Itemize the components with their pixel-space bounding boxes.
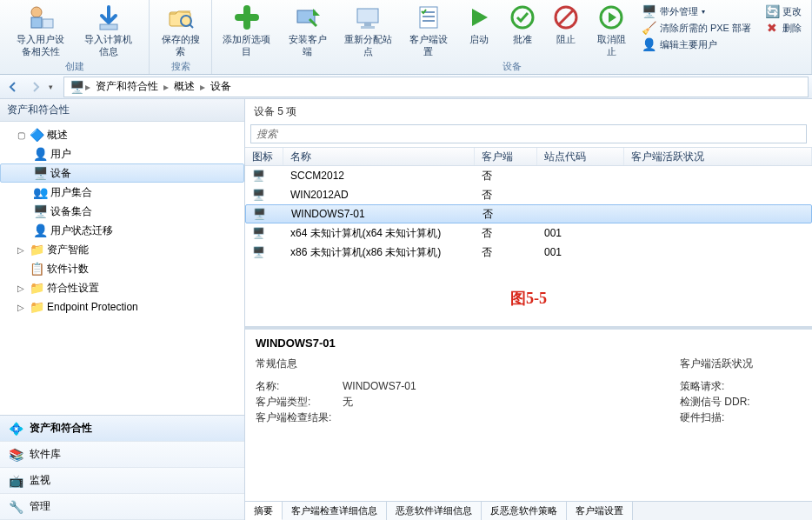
tree-endpoint[interactable]: ▷📁Endpoint Protection bbox=[0, 297, 244, 317]
tree-user-collections[interactable]: 👥用户集合 bbox=[0, 183, 244, 202]
table-row[interactable]: 🖥️x86 未知计算机(x86 未知计算机)否001 bbox=[245, 243, 812, 262]
block-label: 阻止 bbox=[556, 33, 576, 45]
row-name: WIN2012AD bbox=[283, 189, 475, 201]
tab-client-settings[interactable]: 客户端设置 bbox=[567, 502, 633, 520]
block-button[interactable]: 阻止 bbox=[545, 2, 587, 59]
wunder-monitoring[interactable]: 📺监视 bbox=[0, 468, 244, 494]
crumb-devices[interactable]: 设备 bbox=[207, 79, 235, 94]
add-selected-button[interactable]: 添加所选项目 bbox=[216, 2, 278, 59]
tree-overview[interactable]: ▢🔷概述 bbox=[0, 125, 244, 144]
ribbon-group-search: 保存的搜索 搜索 bbox=[150, 0, 212, 74]
client-type-label: 客户端类型: bbox=[256, 394, 343, 410]
tree-device-collections[interactable]: 🖥️设备集合 bbox=[0, 202, 244, 221]
crumb-overview[interactable]: 概述 bbox=[170, 79, 198, 94]
row-name: x86 未知计算机(x86 未知计算机) bbox=[283, 245, 475, 260]
tree-software-metering[interactable]: 📋软件计数 bbox=[0, 259, 244, 278]
tree-compliance[interactable]: ▷📁符合性设置 bbox=[0, 278, 244, 297]
folder-search-icon bbox=[167, 3, 195, 31]
row-name: x64 未知计算机(x64 未知计算机) bbox=[283, 226, 475, 241]
computer-small-icon: 🖥️ bbox=[70, 80, 83, 94]
group-create-label: 创建 bbox=[0, 60, 149, 73]
assets-icon: 💠 bbox=[9, 422, 23, 436]
name-label: 名称: bbox=[256, 378, 343, 394]
ribbon-side-list-2: 🔄更改 ✖删除 bbox=[759, 2, 808, 59]
tree-asset-intelligence[interactable]: ▷📁资产智能 bbox=[0, 240, 244, 259]
approve-label: 批准 bbox=[513, 33, 532, 45]
grid-header: 图标 名称 客户端 站点代码 客户端活跃状况 bbox=[245, 147, 812, 166]
device-grid: 图标 名称 客户端 站点代码 客户端活跃状况 🖥️SCCM2012否🖥️WIN2… bbox=[245, 147, 812, 262]
group-search-label: 搜索 bbox=[150, 60, 211, 73]
svg-rect-11 bbox=[420, 7, 437, 28]
devices-icon: 🖥️ bbox=[33, 204, 47, 218]
wunder-assets[interactable]: 💠资产和符合性 bbox=[0, 416, 244, 442]
row-site: 001 bbox=[537, 227, 624, 239]
svg-point-0 bbox=[31, 7, 42, 17]
content-count-label: 设备 5 项 bbox=[245, 99, 812, 124]
nav-forward-button[interactable] bbox=[26, 77, 45, 97]
install-client-button[interactable]: 安装客户端 bbox=[280, 2, 335, 59]
reassign-site-button[interactable]: 重新分配站点 bbox=[336, 2, 399, 59]
col-name[interactable]: 名称 bbox=[283, 148, 475, 165]
svg-rect-2 bbox=[43, 19, 53, 28]
clear-pxe-button[interactable]: 🧹清除所需的 PXE 部署 bbox=[640, 20, 754, 36]
wunder-admin[interactable]: 🔧管理 bbox=[0, 494, 244, 520]
wunder-software[interactable]: 📚软件库 bbox=[0, 442, 244, 468]
tab-summary[interactable]: 摘要 bbox=[245, 502, 283, 520]
edit-primary-user-button[interactable]: 👤编辑主要用户 bbox=[640, 37, 754, 52]
add-selected-label: 添加所选项目 bbox=[221, 33, 273, 57]
saved-searches-label: 保存的搜索 bbox=[158, 33, 203, 57]
reassign-site-label: 重新分配站点 bbox=[342, 33, 394, 57]
row-icon: 🖥️ bbox=[246, 208, 284, 220]
approve-button[interactable]: 批准 bbox=[502, 2, 543, 59]
svg-rect-1 bbox=[31, 17, 42, 28]
tree-user-state[interactable]: 👤用户状态迁移 bbox=[0, 221, 244, 240]
breadcrumb-bar: ▾ 🖥️ ▸ 资产和符合性 ▸ 概述 ▸ 设备 bbox=[0, 75, 812, 99]
delete-button[interactable]: ✖删除 bbox=[762, 20, 804, 36]
policy-label: 策略请求: bbox=[680, 378, 767, 394]
content-pane: 设备 5 项 图标 名称 客户端 站点代码 客户端活跃状况 🖥️SCCM2012… bbox=[245, 99, 812, 520]
play-circle-icon bbox=[597, 3, 625, 31]
start-button[interactable]: 启动 bbox=[458, 2, 500, 59]
svg-rect-8 bbox=[357, 9, 378, 23]
unblock-button[interactable]: 取消阻止 bbox=[589, 2, 635, 59]
crumb-root[interactable]: 资产和符合性 bbox=[92, 79, 162, 94]
table-row[interactable]: 🖥️WIN2012AD否 bbox=[245, 185, 812, 204]
client-type-value: 无 bbox=[343, 394, 353, 410]
import-user-device-button[interactable]: 导入用户设备相关性 bbox=[8, 2, 74, 59]
table-row[interactable]: 🖥️WINDOWS7-01否 bbox=[245, 204, 812, 223]
tab-antimalware-policy[interactable]: 反恶意软件策略 bbox=[482, 502, 567, 520]
import-arrow-icon bbox=[95, 3, 123, 31]
row-name: WINDOWS7-01 bbox=[284, 208, 476, 220]
ribbon-toolbar: 导入用户设备相关性 导入计算机信息 创建 保存的搜索 搜索 bbox=[0, 0, 812, 75]
col-activity[interactable]: 客户端活跃状况 bbox=[624, 148, 812, 165]
tab-client-check[interactable]: 客户端检查详细信息 bbox=[283, 502, 387, 520]
col-icon[interactable]: 图标 bbox=[245, 148, 283, 165]
row-client: 否 bbox=[475, 226, 537, 241]
checklist-icon bbox=[415, 3, 443, 31]
software-icon: 📚 bbox=[9, 448, 23, 462]
oob-mgmt-button[interactable]: 🖥️带外管理▾ bbox=[640, 3, 754, 19]
table-row[interactable]: 🖥️x64 未知计算机(x64 未知计算机)否001 bbox=[245, 223, 812, 243]
col-client[interactable]: 客户端 bbox=[475, 148, 537, 165]
tree-users[interactable]: 👤用户 bbox=[0, 144, 244, 163]
refresh-button[interactable]: 🔄更改 bbox=[762, 3, 804, 19]
detail-tabs: 摘要 客户端检查详细信息 恶意软件详细信息 反恶意软件策略 客户端设置 bbox=[245, 501, 812, 520]
table-row[interactable]: 🖥️SCCM2012否 bbox=[245, 166, 812, 185]
tab-malware-detail[interactable]: 恶意软件详细信息 bbox=[387, 502, 482, 520]
breadcrumb[interactable]: 🖥️ ▸ 资产和符合性 ▸ 概述 ▸ 设备 bbox=[63, 77, 809, 97]
saved-searches-button[interactable]: 保存的搜索 bbox=[153, 2, 208, 59]
user-icon: 👤 bbox=[33, 147, 47, 161]
tree-devices[interactable]: 🖥️设备 bbox=[0, 163, 244, 183]
migration-icon: 👤 bbox=[33, 223, 47, 237]
row-icon: 🖥️ bbox=[245, 189, 283, 201]
figure-annotation: 图5-5 bbox=[245, 262, 812, 326]
client-settings-button[interactable]: 客户端设置 bbox=[401, 2, 456, 59]
unblock-label: 取消阻止 bbox=[594, 33, 629, 57]
search-input[interactable] bbox=[250, 124, 807, 143]
nav-back-button[interactable] bbox=[3, 77, 23, 97]
import-computer-button[interactable]: 导入计算机信息 bbox=[76, 2, 142, 59]
col-site[interactable]: 站点代码 bbox=[537, 148, 624, 165]
navigation-pane: 资产和符合性 ▢🔷概述 👤用户 🖥️设备 👥用户集合 🖥️设备集合 👤用户状态迁… bbox=[0, 99, 245, 520]
row-client: 否 bbox=[475, 169, 537, 183]
details-general: 常规信息 名称:WINDOWS7-01 客户端类型:无 客户端检查结果: bbox=[256, 357, 416, 425]
